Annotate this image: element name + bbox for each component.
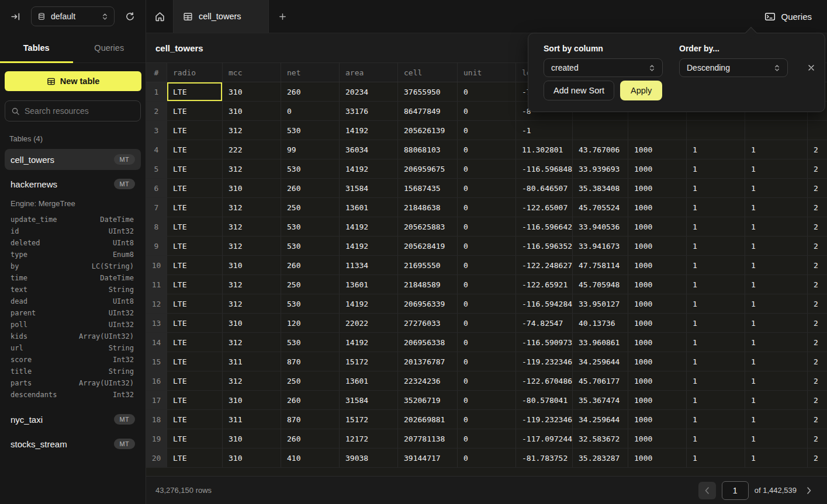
table-cell[interactable]: 0 [458, 352, 516, 371]
table-cell[interactable]: 1 [687, 333, 745, 352]
table-cell[interactable]: 14192 [340, 237, 398, 255]
sidebar-item-nyc-taxi[interactable]: nyc_taxi MT [5, 409, 141, 430]
table-cell[interactable]: 1 [745, 294, 808, 313]
table-cell[interactable]: 27276033 [398, 314, 458, 332]
table-cell[interactable]: 530 [281, 121, 340, 140]
row-number[interactable]: 6 [146, 179, 167, 197]
table-cell[interactable]: LTE [167, 102, 223, 120]
table-cell[interactable]: 33.939693 [573, 159, 628, 178]
table-cell[interactable]: 312 [223, 275, 281, 294]
table-cell[interactable]: 1 [745, 314, 808, 332]
table-cell[interactable]: 2 [808, 352, 827, 371]
column-header-unit[interactable]: unit [458, 63, 516, 82]
column-header-mcc[interactable]: mcc [223, 63, 281, 82]
row-number[interactable]: 9 [146, 237, 167, 255]
table-cell[interactable]: 35206719 [398, 391, 458, 409]
table-cell[interactable]: 1000 [628, 217, 687, 236]
table-cell[interactable]: 530 [281, 237, 340, 255]
table-cell[interactable]: -122.670486 [516, 371, 573, 390]
table-cell[interactable] [687, 121, 745, 140]
table-cell[interactable]: 310 [223, 449, 281, 467]
table-cell[interactable]: -119.232346 [516, 410, 573, 429]
table-cell[interactable]: 35.283287 [573, 449, 628, 467]
table-cell[interactable]: 31584 [340, 179, 398, 197]
table-cell[interactable]: 207781138 [398, 429, 458, 448]
table-cell[interactable]: 260 [281, 391, 340, 409]
table-cell[interactable]: 1000 [628, 237, 687, 255]
table-cell[interactable]: 39038 [340, 449, 398, 467]
row-number[interactable]: 16 [146, 371, 167, 390]
table-cell[interactable]: 35.383408 [573, 179, 628, 197]
table-cell[interactable]: LTE [167, 198, 223, 217]
table-cell[interactable]: 14192 [340, 294, 398, 313]
table-cell[interactable]: 205626139 [398, 121, 458, 140]
table-cell[interactable]: 0 [458, 333, 516, 352]
database-selector[interactable]: default [31, 6, 115, 26]
table-cell[interactable]: 1 [687, 256, 745, 274]
table-cell[interactable]: -74.82547 [516, 314, 573, 332]
table-cell[interactable]: 1 [687, 352, 745, 371]
new-table-button[interactable]: New table [5, 71, 141, 91]
table-cell[interactable]: LTE [167, 159, 223, 178]
table-cell[interactable]: 2 [808, 371, 827, 390]
table-cell[interactable]: 311 [223, 410, 281, 429]
table-cell[interactable]: 530 [281, 294, 340, 313]
table-cell[interactable]: 37655950 [398, 82, 458, 101]
table-cell[interactable]: 2 [808, 217, 827, 236]
table-cell[interactable]: 32.583672 [573, 429, 628, 448]
table-cell[interactable]: 260 [281, 179, 340, 197]
table-cell[interactable]: 45.705524 [573, 198, 628, 217]
table-cell[interactable]: 250 [281, 371, 340, 390]
table-cell[interactable]: 1 [745, 198, 808, 217]
table-cell[interactable] [808, 121, 827, 140]
table-cell[interactable]: 1000 [628, 352, 687, 371]
table-cell[interactable]: 21848589 [398, 275, 458, 294]
table-cell[interactable]: 1000 [628, 256, 687, 274]
table-cell[interactable]: 1 [745, 391, 808, 409]
table-cell[interactable]: 2 [808, 449, 827, 467]
table-cell[interactable]: 206956339 [398, 294, 458, 313]
table-cell[interactable]: 205628419 [398, 237, 458, 255]
table-cell[interactable]: 0 [458, 159, 516, 178]
table-cell[interactable]: 0 [458, 82, 516, 101]
row-number[interactable]: 17 [146, 391, 167, 409]
collapse-sidebar-button[interactable] [8, 9, 23, 24]
table-cell[interactable]: 312 [223, 237, 281, 255]
table-cell[interactable]: 205625883 [398, 217, 458, 236]
table-cell[interactable]: 14192 [340, 217, 398, 236]
table-cell[interactable]: 310 [223, 314, 281, 332]
table-cell[interactable]: 0 [458, 449, 516, 467]
table-cell[interactable]: 86477849 [398, 102, 458, 120]
table-cell[interactable]: 31584 [340, 391, 398, 409]
table-cell[interactable]: 22022 [340, 314, 398, 332]
table-cell[interactable]: 1 [745, 159, 808, 178]
table-cell[interactable]: 1 [687, 159, 745, 178]
table-cell[interactable]: 43.767006 [573, 140, 628, 159]
table-cell[interactable]: 206959675 [398, 159, 458, 178]
table-cell[interactable]: 1 [745, 371, 808, 390]
table-cell[interactable]: 39144717 [398, 449, 458, 467]
table-cell[interactable]: LTE [167, 449, 223, 467]
table-cell[interactable]: 99 [281, 140, 340, 159]
table-cell[interactable]: LTE [167, 237, 223, 255]
row-number[interactable]: 12 [146, 294, 167, 313]
table-cell[interactable]: -122.248627 [516, 256, 573, 274]
table-cell[interactable]: 1 [687, 314, 745, 332]
table-cell[interactable]: 47.758114 [573, 256, 628, 274]
table-cell[interactable]: 88068103 [398, 140, 458, 159]
table-cell[interactable]: -80.646507 [516, 179, 573, 197]
refresh-databases-button[interactable] [123, 9, 137, 24]
table-cell[interactable]: 1 [687, 179, 745, 197]
table-cell[interactable]: 1000 [628, 314, 687, 332]
table-cell[interactable]: LTE [167, 179, 223, 197]
column-header-cell[interactable]: cell [398, 63, 458, 82]
table-cell[interactable]: 13601 [340, 198, 398, 217]
table-cell[interactable]: 35.367474 [573, 391, 628, 409]
table-cell[interactable]: LTE [167, 429, 223, 448]
table-cell[interactable]: 312 [223, 333, 281, 352]
table-cell[interactable]: 2 [808, 333, 827, 352]
table-cell[interactable]: 11334 [340, 256, 398, 274]
table-cell[interactable]: LTE [167, 410, 223, 429]
table-cell[interactable]: 1000 [628, 410, 687, 429]
table-cell[interactable]: -122.65921 [516, 275, 573, 294]
